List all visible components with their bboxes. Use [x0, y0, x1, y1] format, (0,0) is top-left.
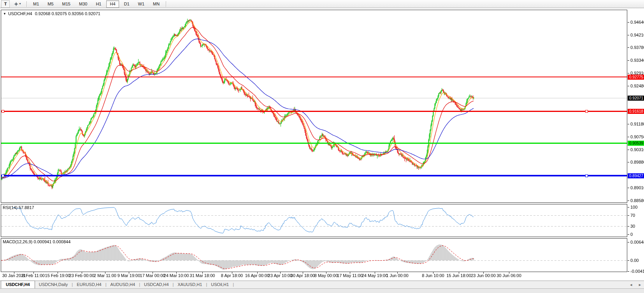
macd-axis-label: -0.00413	[630, 269, 644, 274]
price-line-badge: 0.92071	[628, 96, 644, 101]
main-chart-panel[interactable]	[1, 10, 627, 203]
price-axis-label: 0.88580	[630, 198, 644, 203]
tab-scroll-arrows: ◄ ►	[629, 283, 642, 287]
price-axis-label: 0.93340	[630, 58, 644, 63]
timeframe-h4[interactable]: H4	[106, 0, 119, 8]
chart-title: ▼USDCHF,H40.92068 0.92075 0.92056 0.9207…	[3, 11, 100, 16]
price-line-badge: 0.91618	[628, 109, 644, 114]
price-axis-label: 0.92480	[630, 84, 644, 88]
price-line-badge: 0.89427	[628, 173, 644, 178]
price-line-badge: 0.90539	[628, 141, 644, 146]
tab-xauusd-h1[interactable]: XAUUSD,H1	[174, 281, 206, 288]
tab-usoil-h1[interactable]: USOil,H1	[207, 281, 233, 288]
macd-indicator-label: MACD(12,26,9) 0.000941 0.000844	[3, 239, 70, 244]
timeframe-m1[interactable]: M1	[30, 0, 42, 8]
time-axis-label: 1 Jun 00:00	[379, 273, 416, 278]
chart-tabs-bar: USDCHF,H4USDCNH,Daily|EURUSD,H4|AUDUSD,H…	[0, 281, 644, 288]
timeframe-mn[interactable]: MN	[149, 0, 163, 8]
timeframe-h1[interactable]: H1	[92, 0, 105, 8]
price-axis-label: 0.90310	[630, 147, 644, 152]
rsi-indicator-label: RSI(14) 57.8817	[3, 205, 34, 210]
tab-scroll-left-icon[interactable]: ◄	[629, 283, 633, 287]
toolbar: T ▾ M1M5M15M30H1H4D1W1MN	[0, 0, 644, 8]
rsi-panel[interactable]	[1, 204, 627, 237]
macd-axis-label: 0.00	[630, 258, 639, 263]
price-axis-label: 0.94210	[630, 33, 644, 37]
tab-audusd-h4[interactable]: AUDUSD,H4	[107, 281, 139, 288]
price-axis-label: 0.89880	[630, 160, 644, 164]
macd-panel[interactable]	[1, 238, 627, 272]
timeframe-w1[interactable]: W1	[135, 0, 148, 8]
timeframe-group: M1M5M15M30H1H4D1W1MN	[30, 0, 163, 8]
tab-scroll-right-icon[interactable]: ►	[638, 283, 642, 287]
price-axis-label: 0.94640	[630, 20, 644, 24]
cursor-tool-button[interactable]: ▾	[11, 0, 24, 8]
price-axis-label: 0.90750	[630, 134, 644, 139]
tab-usdcnh-daily[interactable]: USDCNH,Daily	[35, 281, 72, 288]
tab-eurusd-h4[interactable]: EURUSD,H4	[73, 281, 105, 288]
toolbar-separator	[166, 1, 166, 7]
cursor-tool-icon	[14, 2, 18, 6]
rsi-axis-label: 70	[630, 213, 635, 218]
price-axis-label: 0.91180	[630, 122, 644, 126]
tab-separator: |	[233, 281, 234, 288]
time-axis-label: 30 Jun 06:00	[490, 273, 528, 278]
rsi-axis-label: 100	[630, 205, 637, 209]
timeframe-d1[interactable]: D1	[121, 0, 133, 8]
chevron-down-icon: ▾	[19, 2, 21, 5]
price-axis-label: 0.93780	[630, 45, 644, 50]
application-window: T ▾ M1M5M15M30H1H4D1W1MN ▼USDCHF,H40.920…	[0, 0, 644, 293]
tab-usdchf-h4[interactable]: USDCHF,H4	[1, 281, 35, 288]
price-line-badge: 0.92775	[628, 75, 644, 80]
rsi-axis-label: 30	[630, 224, 635, 228]
toolbar-separator	[26, 1, 27, 7]
chart-tabs: USDCHF,H4USDCNH,Daily|EURUSD,H4|AUDUSD,H…	[0, 281, 234, 288]
ohlc-values: 0.92068 0.92075 0.92056 0.92071	[35, 11, 100, 16]
timeframe-m15[interactable]: M15	[59, 0, 74, 8]
price-axis-label: 0.89010	[630, 185, 644, 190]
rsi-axis-label: 0	[630, 232, 633, 237]
text-tool-button[interactable]: T	[1, 0, 10, 8]
tab-usdcad-h4[interactable]: USDCAD,H4	[140, 281, 173, 288]
symbol-timeframe-label: USDCHF,H4	[8, 11, 32, 16]
status-bar	[0, 288, 644, 293]
timeframe-m30[interactable]: M30	[75, 0, 91, 8]
symbol-dropdown-icon[interactable]: ▼	[3, 12, 6, 16]
macd-axis-label: 0.00648	[630, 240, 644, 244]
timeframe-m5[interactable]: M5	[44, 0, 57, 8]
